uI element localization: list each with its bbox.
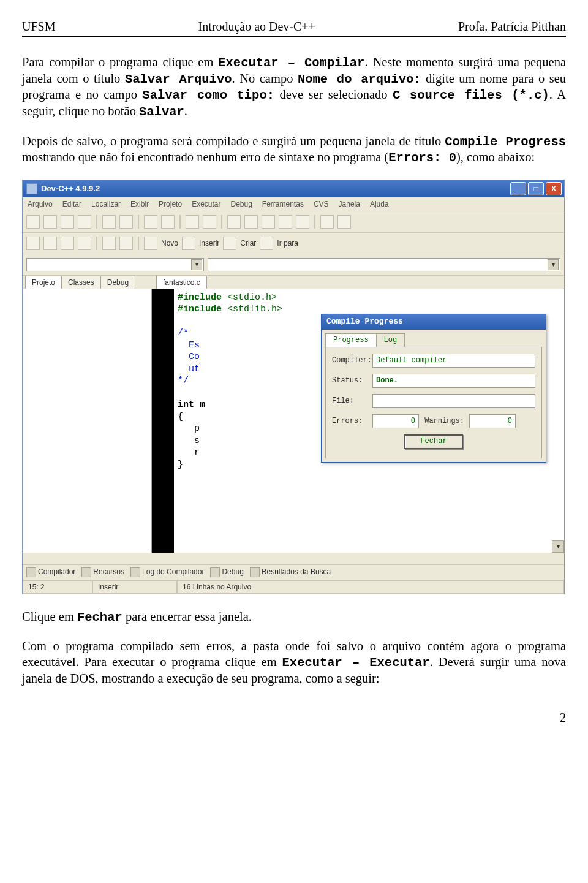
tab-classes[interactable]: Classes [61,276,101,289]
separator-icon [179,215,181,229]
bottom-tab-debug[interactable]: Debug [210,567,243,577]
tb-redo-icon[interactable] [161,215,175,229]
paragraph-4: Com o programa compilado sem erros, a pa… [22,639,566,686]
paragraph-2: Depois de salvo, o programa será compila… [22,134,566,166]
code-editor[interactable]: #include <stdio.h> #include <stdlib.h> /… [174,289,564,474]
menu-bar: Arquivo Editar Localizar Exibir Projeto … [23,197,564,211]
busca-icon [250,567,260,577]
warnings-label: Warnings: [424,417,464,426]
tab-projeto[interactable]: Projeto [25,276,62,289]
tb-save-icon[interactable] [61,215,74,229]
separator-icon [221,215,222,229]
irpara-icon[interactable] [260,237,273,250]
chevron-down-icon[interactable]: ▾ [548,259,559,270]
status-ins: Inserir [92,580,177,594]
status-label: Status: [332,376,368,386]
dialog-tab-progress[interactable]: Progress [325,333,377,347]
header-center: Introdução ao Dev-C++ [198,20,315,34]
tb-find-icon[interactable] [186,215,199,229]
fechar-button[interactable]: Fechar [404,434,462,449]
errors-label: Errors: [332,417,368,426]
dialog-title[interactable]: Compile Progress [322,314,546,330]
project-tree[interactable] [23,289,152,553]
criar-icon[interactable] [223,237,236,250]
tb-misc2-icon[interactable] [337,215,351,229]
inserir-label[interactable]: Inserir [199,239,219,248]
menu-janela[interactable]: Janela [339,200,360,208]
tb-misc-icon[interactable] [320,215,334,229]
tb-debug-icon[interactable] [296,215,309,229]
bottom-tabs: Compilador Recursos Log do Compilador De… [23,564,564,580]
tb-layout1-icon[interactable] [26,237,40,250]
bottom-tab-recursos[interactable]: Recursos [81,567,124,577]
separator-icon [138,237,139,250]
inserir-icon[interactable] [182,237,195,250]
menu-debug[interactable]: Debug [230,200,252,208]
status-bar: 15: 2 Inserir 16 Linhas no Arquivo [23,580,564,594]
tb-undo-icon[interactable] [144,215,157,229]
tb-about-icon[interactable] [119,237,133,250]
recursos-icon [81,567,91,577]
separator-icon [314,215,315,229]
menu-exibir[interactable]: Exibir [130,200,149,208]
menu-ferramentas[interactable]: Ferramentas [262,200,304,208]
scroll-down-icon[interactable]: ▾ [552,540,564,553]
close-button[interactable]: X [546,182,562,195]
tb-compile-icon[interactable] [227,215,241,229]
menu-editar[interactable]: Editar [62,200,81,208]
novo-icon[interactable] [144,237,157,250]
toolbar-2: Novo Inserir Criar Ir para [23,233,564,254]
editor-gutter [152,289,174,553]
file-tab[interactable]: fantastico.c [156,276,207,289]
dialog-tab-log[interactable]: Log [376,333,405,347]
status-lines: 16 Linhas no Arquivo [177,580,564,594]
menu-ajuda[interactable]: Ajuda [370,200,389,208]
criar-label[interactable]: Criar [240,239,256,248]
separator-icon [96,237,97,250]
tb-print-icon[interactable] [119,215,133,229]
menu-localizar[interactable]: Localizar [91,200,121,208]
bottom-tab-busca[interactable]: Resultados da Busca [250,567,331,577]
tb-layout2-icon[interactable] [43,237,57,250]
tb-open-icon[interactable] [43,215,57,229]
horizontal-scrollbar[interactable] [23,553,564,564]
status-pos: 15: 2 [23,580,92,594]
tb-help-icon[interactable] [102,237,116,250]
maximize-button[interactable]: □ [528,182,544,195]
log-icon [130,567,140,577]
combo-2[interactable]: ▾ [208,258,560,271]
toolbar-1 [23,211,564,233]
tb-layout3-icon[interactable] [61,237,74,250]
combo-1[interactable]: ▾ [26,258,204,271]
file-field [372,394,535,408]
novo-label[interactable]: Novo [161,239,178,248]
tab-row: Projeto Classes Debug fantastico.c [23,276,564,289]
minimize-button[interactable]: _ [510,182,526,195]
debug-icon [210,567,220,577]
tb-compilerun-icon[interactable] [262,215,275,229]
bottom-tab-log[interactable]: Log do Compilador [130,567,204,577]
page-number: 2 [22,711,566,725]
separator-icon [96,215,97,229]
irpara-label[interactable]: Ir para [277,239,298,248]
compiler-label: Compiler: [332,356,368,366]
titlebar[interactable]: Dev-C++ 4.9.9.2 _ □ X [23,180,564,197]
menu-executar[interactable]: Executar [192,200,221,208]
work-area: ▴ #include <stdio.h> #include <stdlib.h>… [23,289,564,553]
tab-debug[interactable]: Debug [100,276,135,289]
chevron-down-icon[interactable]: ▾ [191,259,202,270]
tb-close-icon[interactable] [102,215,116,229]
tb-run-icon[interactable] [244,215,258,229]
menu-cvs[interactable]: CVS [314,200,329,208]
bottom-tab-compilador[interactable]: Compilador [26,567,75,577]
tb-rebuild-icon[interactable] [279,215,292,229]
tb-saveall-icon[interactable] [78,215,91,229]
devcpp-window: Dev-C++ 4.9.9.2 _ □ X Arquivo Editar Loc… [22,180,565,594]
tb-replace-icon[interactable] [203,215,216,229]
tb-layout4-icon[interactable] [78,237,91,250]
menu-arquivo[interactable]: Arquivo [28,200,53,208]
menu-projeto[interactable]: Projeto [159,200,182,208]
tb-new-icon[interactable] [26,215,40,229]
status-field: Done. [372,374,535,388]
errors-field: 0 [372,414,419,428]
